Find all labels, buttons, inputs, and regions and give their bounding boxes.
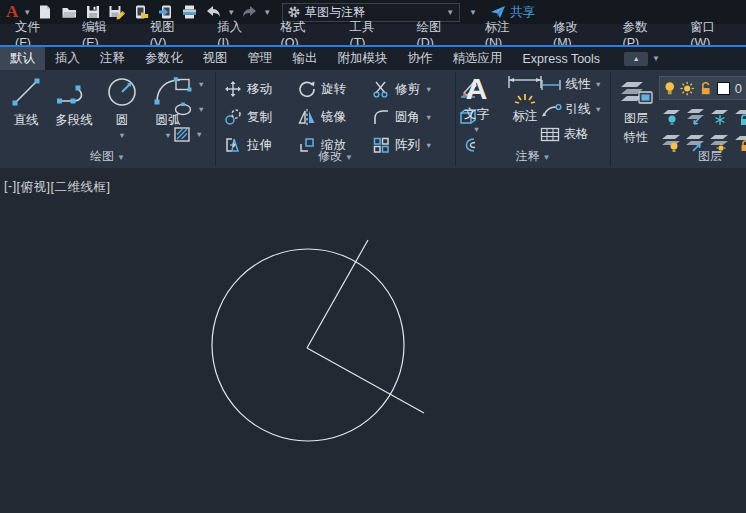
layer-properties-button[interactable]: 图层 特性 <box>615 76 657 146</box>
panel-draw-title-label: 绘图 <box>90 149 114 163</box>
layer-select-dropdown[interactable]: 0 <box>659 76 746 100</box>
viewport-controls-toggle[interactable]: [-] <box>4 179 17 196</box>
rotate-button[interactable]: 旋转 <box>298 76 372 102</box>
panel-layers-title[interactable]: 图层 <box>611 148 746 165</box>
panel-layers-title-label: 图层 <box>698 149 722 163</box>
copy-button[interactable]: 复制 <box>224 104 298 130</box>
qat-customize-chevron-icon[interactable]: ▼ <box>468 8 478 17</box>
panel-modify-title-label: 修改 <box>318 149 342 163</box>
mirror-button[interactable]: 镜像 <box>298 104 372 130</box>
line-button[interactable]: 直线 <box>8 74 44 140</box>
menu-parametric[interactable]: 参数(P) <box>608 24 676 45</box>
rectangle-chevron-icon[interactable]: ▼ <box>198 80 205 89</box>
panel-draw-title[interactable]: 绘图▼ <box>0 148 215 165</box>
layer-freeze-button[interactable] <box>707 104 731 130</box>
ellipse-button[interactable]: ▼ <box>173 102 205 117</box>
tab-parametric[interactable]: 参数化 <box>135 47 193 70</box>
tab-home[interactable]: 默认 <box>0 47 45 70</box>
layer-lock-icon <box>732 107 746 127</box>
layer-unlock-icon <box>700 81 712 96</box>
menu-view[interactable]: 视图(V) <box>135 24 203 45</box>
mirror-label: 镜像 <box>321 109 346 126</box>
circle-button[interactable]: 圆 ▼ <box>104 74 140 140</box>
text-button[interactable]: A 文字 ▼ <box>464 74 489 134</box>
minimize-ribbon-button[interactable]: ▲ <box>624 52 648 66</box>
ribbon-tabbar: 默认 插入 注释 参数化 视图 管理 输出 附加模块 协作 精选应用 Expre… <box>0 47 746 70</box>
hatch-chevron-icon[interactable]: ▼ <box>196 130 203 139</box>
viewport-visual-style-control[interactable]: [二维线框] <box>51 179 111 196</box>
open-file-button[interactable] <box>58 1 80 23</box>
layer-isolate-icon <box>660 107 682 127</box>
device-save-icon <box>157 4 174 20</box>
app-menu-chevron-icon[interactable]: ▼ <box>22 8 32 17</box>
menu-dimension[interactable]: 标注(N) <box>470 24 538 45</box>
circle-chevron-icon[interactable]: ▼ <box>118 131 125 140</box>
layer-on-bulb-icon <box>664 81 675 96</box>
linear-chevron-icon[interactable]: ▼ <box>595 80 602 89</box>
menu-window[interactable]: 窗口(W) <box>675 24 746 45</box>
rectangle-button[interactable]: ▼ <box>173 76 205 93</box>
trim-chevron-icon[interactable]: ▼ <box>425 85 432 94</box>
tab-express-tools[interactable]: Express Tools <box>513 47 611 70</box>
layer-make-current-button[interactable] <box>683 104 707 130</box>
arc-chevron-icon[interactable]: ▼ <box>164 131 171 140</box>
text-chevron-icon[interactable]: ▼ <box>473 125 480 134</box>
tab-insert[interactable]: 插入 <box>45 47 90 70</box>
layer-properties-icon <box>619 76 653 108</box>
ribbon: 直线 多段线 圆 <box>0 70 746 168</box>
undo-history-chevron-icon[interactable]: ▼ <box>226 8 236 17</box>
new-file-icon <box>37 4 53 20</box>
tab-featured-apps[interactable]: 精选应用 <box>443 47 513 70</box>
panel-draw: 直线 多段线 圆 <box>0 70 215 168</box>
redo-history-chevron-icon[interactable]: ▼ <box>262 8 272 17</box>
copy-icon <box>224 108 242 126</box>
share-plane-icon <box>490 5 506 19</box>
open-folder-icon <box>61 4 78 20</box>
fillet-icon <box>372 108 390 126</box>
tab-output[interactable]: 输出 <box>283 47 328 70</box>
autocad-window: A ▼ <box>0 0 746 513</box>
drawn-line-lower[interactable] <box>307 348 424 413</box>
trim-label: 修剪 <box>395 81 420 98</box>
move-button[interactable]: 移动 <box>224 76 298 102</box>
panel-modify-title[interactable]: 修改▼ <box>216 148 455 165</box>
layer-lock-button[interactable] <box>731 104 746 130</box>
fillet-button[interactable]: 圆角 ▼ <box>372 104 458 130</box>
gear-icon <box>287 5 301 19</box>
menu-tools[interactable]: 工具(T) <box>335 24 402 45</box>
fillet-chevron-icon[interactable]: ▼ <box>425 113 432 122</box>
tab-addins[interactable]: 附加模块 <box>328 47 398 70</box>
drawn-circle[interactable] <box>212 249 404 441</box>
layer-isolate-button[interactable] <box>659 104 683 130</box>
printer-icon <box>181 4 198 20</box>
leader-chevron-icon[interactable]: ▼ <box>595 105 602 114</box>
hatch-button[interactable]: ▼ <box>173 126 205 143</box>
trim-scissors-icon <box>372 80 390 98</box>
menu-draw[interactable]: 绘图(D) <box>402 24 470 45</box>
drawn-line-upper[interactable] <box>307 240 368 348</box>
tab-view[interactable]: 视图 <box>193 47 238 70</box>
linear-dim-button[interactable]: 线性 ▼ <box>540 76 602 93</box>
menu-edit[interactable]: 编辑(E) <box>67 24 135 45</box>
panel-annotate-title[interactable]: 注释▼ <box>456 148 610 165</box>
rotate-icon <box>298 80 316 98</box>
table-icon <box>540 127 560 142</box>
tab-manage[interactable]: 管理 <box>238 47 283 70</box>
share-button[interactable]: 共享 <box>490 4 535 21</box>
move-icon <box>224 80 242 98</box>
menu-modify[interactable]: 修改(M) <box>538 24 608 45</box>
table-button[interactable]: 表格 <box>540 126 602 143</box>
minimize-ribbon-chevron-icon[interactable]: ▼ <box>651 54 661 63</box>
drawing-canvas[interactable]: [-] [俯视] [二维线框] <box>0 168 746 513</box>
viewport-view-control[interactable]: [俯视] <box>17 179 51 196</box>
trim-button[interactable]: 修剪 ▼ <box>372 76 458 102</box>
ellipse-chevron-icon[interactable]: ▼ <box>198 105 205 114</box>
tab-collaborate[interactable]: 协作 <box>398 47 443 70</box>
menu-format[interactable]: 格式(O) <box>266 24 335 45</box>
menu-insert[interactable]: 插入(I) <box>202 24 265 45</box>
leader-button[interactable]: 引线 ▼ <box>540 101 602 118</box>
menu-file[interactable]: 文件(F) <box>0 24 67 45</box>
tab-annotate[interactable]: 注释 <box>90 47 135 70</box>
polyline-button[interactable]: 多段线 <box>54 74 94 140</box>
linear-dim-label: 线性 <box>566 76 591 93</box>
